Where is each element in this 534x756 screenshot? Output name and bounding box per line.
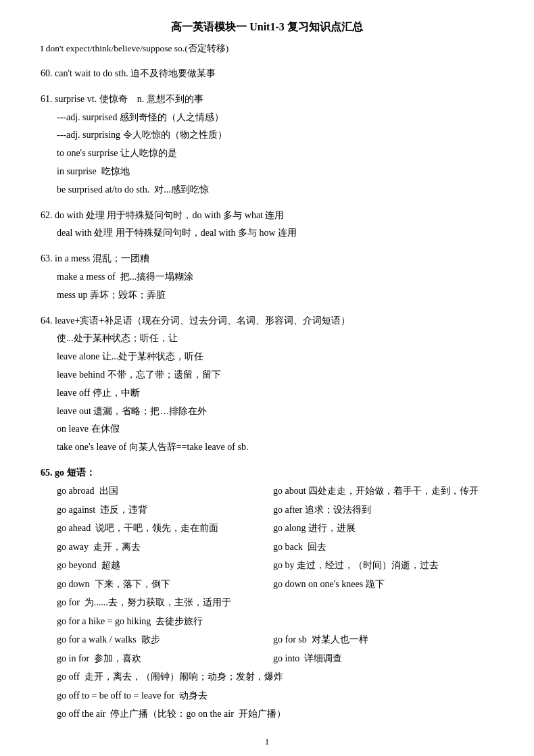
section-64-line-8: take one's leave of 向某人告辞==take leave of… [41,439,493,455]
go-line-3-left: go ahead 说吧，干吧，领先，走在前面 [57,520,273,537]
go-line-2: go against 违反，违背 go after 追求；设法得到 [57,502,493,519]
go-line-2-left: go against 违反，违背 [57,502,273,519]
go-line-2-right: go after 追求；设法得到 [273,502,493,519]
section-63: 63. in a mess 混乱；一团糟 make a mess of 把...… [41,251,493,303]
section-60: 60. can't wait to do sth. 迫不及待地要做某事 [41,66,493,82]
section-65-header: 65. go 短语： [41,465,493,482]
section-64-line-3: leave alone 让...处于某种状态，听任 [41,349,493,365]
section-64-line-5: leave off 停止，中断 [41,385,493,401]
go-line-5: go beyond 超越 go by 走过，经过，（时间）消逝，过去 [57,557,493,574]
go-line-6-right: go down on one's knees 跪下 [273,576,493,593]
section-64-on-leave: on leave 在休假 [41,421,493,437]
go-line-9-left: go for a walk / walks 散步 [57,632,273,649]
go-line-4-right: go back 回去 [273,539,493,556]
go-line-10-left: go in for 参加，喜欢 [57,651,273,667]
section-60-line-1: 60. can't wait to do sth. 迫不及待地要做某事 [41,66,493,82]
go-line-1-right: go about 四处走走，开始做，着手干，走到，传开 [273,483,493,500]
section-62-line-1: 62. do with 处理 用于特殊疑问句时，do with 多与 what … [41,207,493,224]
section-64-line-6: leave out 遗漏，省略；把…排除在外 [41,403,493,420]
go-line-10: go in for 参加，喜欢 go into 详细调查 [57,651,493,667]
section-64-line-1: 64. leave+宾语+补足语（现在分词、过去分词、名词、形容词、介词短语） [41,313,493,329]
section-64-line-4: leave behind 不带，忘了带；遗留，留下 [41,367,493,383]
section-64: 64. leave+宾语+补足语（现在分词、过去分词、名词、形容词、介词短语） … [41,313,493,455]
go-line-13-fe: go off the air 停止广播（比较：go on the air 开始广… [57,706,493,723]
section-61-line-5: in surprise 吃惊地 [41,163,493,180]
go-line-11: go off 走开，离去，（闹钟）闹响；动身；发射，爆炸 [57,669,493,686]
go-line-5-right: go by 走过，经过，（时间）消逝，过去 [273,557,493,574]
go-line-9: go for a walk / walks 散步 go for sb 对某人也一… [57,632,493,649]
go-line-6: go down 下来，落下，倒下 go down on one's knees … [57,576,493,593]
go-line-4: go away 走开，离去 go back 回去 [57,539,493,556]
section-62: 62. do with 处理 用于特殊疑问句时，do with 多与 what … [41,207,493,242]
section-63-line-1: 63. in a mess 混乱；一团糟 [41,251,493,267]
section-61-line-2: ---adj. surprised 感到奇怪的（人之情感） [41,109,493,126]
go-line-3-right: go along 进行，进展 [273,520,493,537]
page-footer: 1 [41,736,493,747]
go-line-1-left: go abroad 出国 [57,483,273,500]
section-61: 61. surprise vt. 使惊奇 n. 意想不到的事 ---adj. s… [41,91,493,198]
go-line-9-right: go for sb 对某人也一样 [273,632,493,649]
go-line-7: go for 为......去，努力获取，主张，适用于 [57,595,493,611]
section-61-line-3: ---adj. surprising 令人吃惊的（物之性质） [41,127,493,143]
section-64-line-2: 使...处于某种状态；听任，让 [41,330,493,347]
section-61-line-1: 61. surprise vt. 使惊奇 n. 意想不到的事 [41,91,493,107]
go-line-6-left: go down 下来，落下，倒下 [57,576,273,593]
section-65: 65. go 短语： go abroad 出国 go about 四处走走，开始… [41,465,493,723]
subtitle: I don't expect/think/believe/suppose so.… [41,43,493,55]
go-line-8: go for a hike = go hiking 去徒步旅行 [57,613,493,630]
section-63-line-2: make a mess of 把...搞得一塌糊涂 [41,269,493,285]
go-line-5-left: go beyond 超越 [57,557,273,574]
page-title: 高一英语模块一 Unit1-3 复习知识点汇总 [41,20,493,34]
section-61-line-4: to one's surprise 让人吃惊的是 [41,145,493,161]
go-line-1: go abroad 出国 go about 四处走走，开始做，着手干，走到，传开 [57,483,493,500]
section-62-line-2: deal with 处理 用于特殊疑问句时，deal with 多与 how 连… [41,225,493,241]
section-61-line-6: be surprised at/to do sth. 对...感到吃惊 [41,182,493,198]
section-63-line-3: mess up 弄坏；毁坏；弄脏 [41,287,493,303]
go-line-10-right: go into 详细调查 [273,651,493,667]
go-line-4-left: go away 走开，离去 [57,539,273,556]
go-line-3: go ahead 说吧，干吧，领先，走在前面 go along 进行，进展 [57,520,493,537]
go-line-12: go off to = be off to = leave for 动身去 [57,688,493,705]
